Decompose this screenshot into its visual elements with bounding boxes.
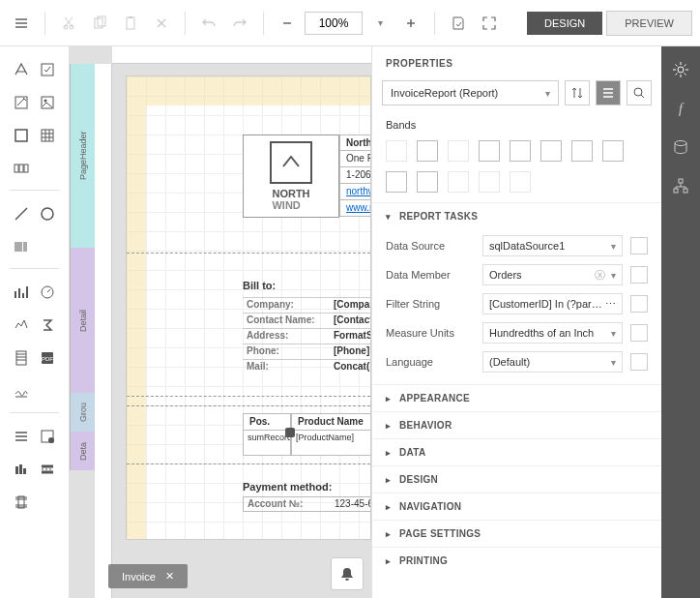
billto-value-mail[interactable]: Concat(Lower(R bbox=[330, 360, 371, 374]
sort-props-icon[interactable] bbox=[565, 80, 590, 105]
band-pagefooter-icon[interactable] bbox=[386, 171, 407, 193]
band-detailreport-icon[interactable] bbox=[540, 140, 562, 162]
company-name[interactable]: Northwind Trad bbox=[339, 135, 371, 151]
table-body[interactable]: sumRecordNumber [ProductName] bbox=[243, 431, 371, 456]
band-groupheader-icon[interactable] bbox=[479, 140, 500, 162]
table-header[interactable]: Pos. Product Name bbox=[243, 413, 371, 431]
tab-invoice[interactable]: Invoice ✕ bbox=[108, 564, 188, 588]
band-bottommargin-icon[interactable] bbox=[417, 171, 438, 193]
pdf-tool-icon[interactable]: PDF bbox=[36, 346, 59, 370]
pageinfo-tool-icon[interactable] bbox=[10, 458, 33, 481]
prop-value-datamember[interactable]: Ordersⓧ▾ bbox=[482, 264, 623, 285]
section-design[interactable]: ▸DESIGN bbox=[372, 465, 661, 493]
copy-icon[interactable] bbox=[86, 10, 113, 37]
prop-value-units[interactable]: Hundredths of an Inch▾ bbox=[482, 322, 623, 344]
sparkline-tool-icon[interactable] bbox=[10, 314, 33, 337]
prop-marker-datamember[interactable] bbox=[630, 266, 648, 284]
richtext-tool-icon[interactable] bbox=[10, 91, 33, 114]
band-reportheader-icon[interactable] bbox=[417, 140, 438, 162]
picture-tool-icon[interactable] bbox=[36, 91, 59, 114]
subreport-tool-icon[interactable] bbox=[10, 425, 33, 448]
prop-value-filter[interactable]: [CustomerID] In (?para…⋯ bbox=[482, 293, 623, 314]
section-navigation[interactable]: ▸NAVIGATION bbox=[372, 493, 661, 520]
logo-box[interactable]: NORTHWIND bbox=[243, 135, 339, 218]
prop-marker-filter[interactable] bbox=[630, 295, 648, 313]
prop-marker-datasource[interactable] bbox=[630, 237, 648, 254]
billto-label-contact[interactable]: Contact Name: bbox=[243, 314, 330, 328]
zoom-input[interactable] bbox=[305, 12, 363, 35]
zoom-dropdown-icon[interactable]: ▾ bbox=[366, 10, 394, 37]
band-groupheader-label[interactable]: Grou bbox=[70, 393, 95, 432]
gear-icon[interactable] bbox=[671, 60, 690, 79]
section-behavior[interactable]: ▸BEHAVIOR bbox=[372, 411, 661, 438]
crossband-tool-icon[interactable] bbox=[10, 491, 33, 514]
billto-value-address[interactable]: FormatString('{ bbox=[330, 329, 371, 344]
close-icon[interactable]: ✕ bbox=[165, 570, 174, 583]
section-appearance[interactable]: ▸APPEARANCE bbox=[372, 384, 661, 411]
prop-value-datasource[interactable]: sqlDataSource1▾ bbox=[482, 235, 623, 256]
panel-tool-icon[interactable] bbox=[10, 124, 33, 147]
band-vert-icon[interactable] bbox=[479, 171, 500, 193]
prop-value-lang[interactable]: (Default)▾ bbox=[482, 351, 623, 373]
chart-tool-icon[interactable] bbox=[10, 281, 33, 304]
sigma-tool-icon[interactable] bbox=[36, 314, 59, 337]
prop-marker-lang[interactable] bbox=[630, 353, 648, 371]
cut-icon[interactable] bbox=[55, 10, 82, 37]
zoom-out-icon[interactable] bbox=[274, 10, 301, 37]
band-topmargin-icon[interactable] bbox=[386, 140, 407, 162]
validate-icon[interactable] bbox=[445, 10, 472, 37]
expressions-icon[interactable]: f bbox=[671, 99, 690, 118]
billto-value-phone[interactable]: [Phone] bbox=[330, 344, 371, 359]
pivot-tool-icon[interactable] bbox=[10, 346, 33, 370]
report-surface[interactable]: NORTHWIND Northwind Trad One Portals Wa … bbox=[126, 75, 371, 540]
band-reportfooter-icon[interactable] bbox=[602, 140, 624, 162]
band-detail-icon[interactable] bbox=[510, 140, 531, 162]
band-detail2-label[interactable]: Deta bbox=[70, 432, 95, 470]
search-props-icon[interactable] bbox=[627, 80, 652, 105]
billto-label-mail[interactable]: Mail: bbox=[243, 360, 330, 374]
th-product[interactable]: Product Name bbox=[291, 413, 371, 431]
payment-acct-label[interactable]: Account №: bbox=[244, 497, 331, 511]
section-report-tasks[interactable]: ▾REPORT TASKS bbox=[372, 202, 661, 229]
band-subband-icon[interactable] bbox=[448, 171, 469, 193]
line-tool-icon[interactable] bbox=[10, 202, 33, 225]
billto-value-contact[interactable]: [ContactName] bbox=[330, 314, 371, 328]
payment-acct-value[interactable]: 123-45-6789 bbox=[331, 497, 371, 511]
billto-header[interactable]: Bill to: bbox=[243, 280, 371, 291]
categorize-props-icon[interactable] bbox=[596, 80, 621, 105]
section-pagesettings[interactable]: ▸PAGE SETTINGS bbox=[372, 520, 661, 547]
reportexplorer-icon[interactable] bbox=[671, 176, 690, 195]
redo-icon[interactable] bbox=[226, 10, 253, 37]
signature-tool-icon[interactable] bbox=[10, 379, 33, 403]
pagebreak-tool-icon[interactable] bbox=[36, 458, 59, 481]
payment-section[interactable]: Payment method: Account №:123-45-6789 bbox=[243, 481, 371, 512]
company-email[interactable]: northwind@ma bbox=[339, 184, 371, 200]
billto-section[interactable]: Bill to: Company:[CompanyName Contact Na… bbox=[243, 280, 371, 374]
gauge-tool-icon[interactable] bbox=[36, 281, 59, 304]
billto-value-company[interactable]: [CompanyName bbox=[330, 298, 371, 313]
delete-icon[interactable] bbox=[148, 10, 175, 37]
barcode-tool-icon[interactable] bbox=[10, 235, 33, 258]
td-pos[interactable]: sumRecordNumber bbox=[243, 431, 291, 456]
design-mode-button[interactable]: DESIGN bbox=[527, 12, 602, 35]
section-printing[interactable]: ▸PRINTING bbox=[372, 547, 661, 574]
td-product[interactable]: [ProductName] bbox=[291, 431, 371, 456]
fullscreen-icon[interactable] bbox=[476, 10, 503, 37]
fieldlist-icon[interactable] bbox=[671, 137, 690, 157]
toc-tool-icon[interactable] bbox=[36, 425, 59, 448]
band-pageheader-label[interactable]: PageHeader bbox=[70, 64, 95, 248]
zoom-in-icon[interactable] bbox=[397, 10, 424, 37]
menu-icon[interactable] bbox=[8, 10, 35, 37]
shape-tool-icon[interactable] bbox=[36, 202, 59, 225]
th-pos[interactable]: Pos. bbox=[243, 413, 291, 431]
payment-header[interactable]: Payment method: bbox=[243, 481, 371, 493]
billto-label-company[interactable]: Company: bbox=[243, 298, 330, 313]
company-web[interactable]: www.northwind bbox=[339, 200, 371, 217]
checkbox-tool-icon[interactable] bbox=[36, 58, 59, 81]
company-phone[interactable]: 1-206-555-1417 bbox=[339, 167, 371, 184]
preview-mode-button[interactable]: PREVIEW bbox=[606, 11, 692, 36]
object-selector[interactable]: InvoiceReport (Report) ▾ bbox=[382, 80, 559, 105]
paste-icon[interactable] bbox=[117, 10, 144, 37]
design-canvas[interactable]: PageHeader Detail Grou Deta NORTHWIND No… bbox=[70, 46, 371, 598]
band-groupfooter-icon[interactable] bbox=[571, 140, 593, 162]
